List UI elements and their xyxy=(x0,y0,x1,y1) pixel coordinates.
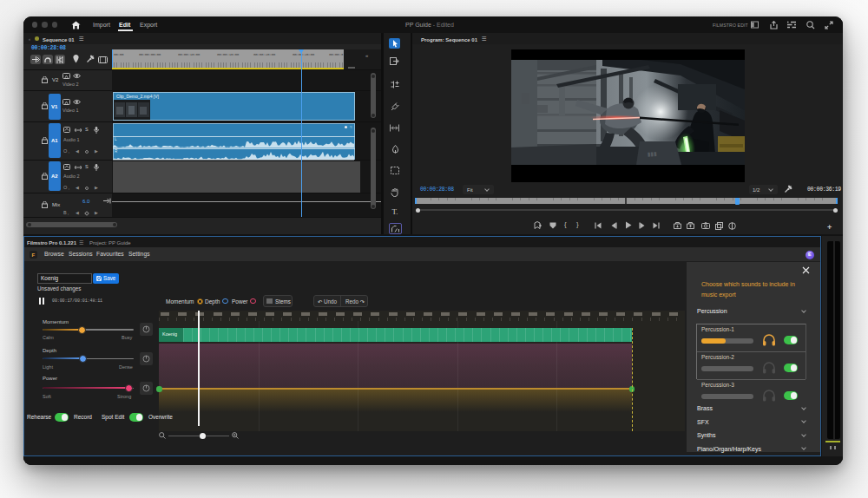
svg-text:▮▮▮: ▮▮▮ xyxy=(648,150,657,157)
